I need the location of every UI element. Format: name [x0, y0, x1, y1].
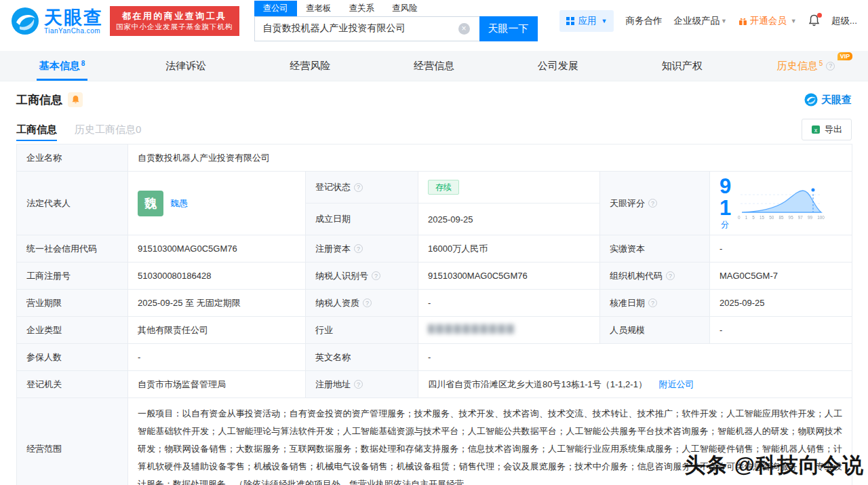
help-icon[interactable]: ?	[648, 298, 657, 307]
insured-count-label: 参保人数	[17, 344, 128, 371]
tab-basic-info[interactable]: 基本信息 8	[0, 51, 124, 81]
table-row: 企业类型 其他有限责任公司 行业 人员规模 -	[17, 317, 852, 344]
paid-capital-value: -	[710, 235, 852, 263]
gift-icon	[738, 17, 747, 26]
top-right-nav: 应用 ▼ 商务合作 企业级产品 ▼ 开通会员 ▼ 超级.	[559, 10, 857, 32]
score-axis: 015155085959799100	[738, 215, 825, 220]
tab-history-info[interactable]: 历史信息 5 ? VIP	[744, 51, 868, 81]
help-icon[interactable]: ?	[826, 62, 835, 71]
tab-operating-info[interactable]: 经营信息	[372, 51, 496, 81]
tab-intellectual-property[interactable]: 知识产权	[620, 51, 744, 81]
address-label: 注册地址?	[306, 371, 418, 398]
export-button[interactable]: x 导出	[802, 119, 852, 140]
search-tab-relation[interactable]: 查关系	[340, 1, 384, 16]
tab-count: 8	[81, 60, 85, 67]
chevron-down-icon: ▼	[791, 18, 797, 24]
business-cooperation-link[interactable]: 商务合作	[625, 15, 662, 27]
brand-name: 天眼查	[44, 8, 103, 27]
table-row: 工商注册号 510300080186428 纳税人识别号? 91510300MA…	[17, 263, 852, 290]
credit-code-label: 统一社会信用代码	[17, 235, 128, 263]
excel-icon: x	[811, 125, 821, 134]
reg-number-label: 工商注册号	[17, 263, 128, 290]
table-row: 参保人数 - 英文名称 -	[17, 344, 852, 371]
taxpayer-id-value: 91510300MAG0C5GM76	[418, 263, 600, 290]
table-row: 登记机关 自贡市市场监督管理局 注册地址? 四川省自贡市沿滩区龙乡大道80号13…	[17, 371, 852, 398]
svg-text:x: x	[814, 127, 818, 134]
promo-banner: 都在用的商业查询工具 国家中小企业发展子基金旗下机构	[110, 6, 239, 36]
legal-rep-name-link[interactable]: 魏愚	[170, 197, 188, 210]
registry-value: 自贡市市场监督管理局	[128, 371, 306, 398]
table-row: 营业期限 2025-09-25 至 无固定期限 纳税人资质? - 核准日期? 2…	[17, 290, 852, 317]
business-info-table: 企业名称 自贡数投机器人产业投资有限公司 法定代表人 魏 魏愚 登记状态? 存续	[16, 144, 852, 485]
search-tab-boss[interactable]: 查老板	[297, 1, 340, 16]
insured-count-value: -	[128, 344, 306, 371]
tab-operating-risk[interactable]: 经营风险	[248, 51, 372, 81]
help-icon[interactable]: ?	[648, 199, 657, 208]
search-input[interactable]	[254, 16, 479, 41]
address-value: 四川省自贡市沿滩区龙乡大道80号13栋1-1号（1-1,2-1） 附近公司	[418, 371, 852, 398]
reg-status-label: 登记状态?	[306, 172, 418, 203]
company-name-value: 自贡数投机器人产业投资有限公司	[128, 144, 852, 172]
help-icon[interactable]: ?	[354, 244, 363, 253]
taxpayer-quality-value: -	[418, 290, 600, 317]
tianyancha-logo-icon	[11, 7, 39, 35]
table-row: 法定代表人 魏 魏愚 登记状态? 存续 天眼评分?	[17, 172, 852, 203]
top-bar: 天眼查 TianYanCha.com 都在用的商业查询工具 国家中小企业发展子基…	[0, 0, 868, 42]
toutiao-watermark: 头条 @科技向令说	[684, 451, 864, 480]
help-icon[interactable]: ?	[372, 271, 380, 280]
industry-value-redacted	[428, 324, 515, 334]
reg-capital-value: 16000万人民币	[418, 235, 600, 263]
apps-menu[interactable]: 应用 ▼	[559, 10, 614, 32]
clear-icon[interactable]: ×	[458, 23, 470, 35]
help-icon[interactable]: ?	[666, 271, 675, 280]
search-tab-company[interactable]: 查公司	[254, 1, 298, 16]
table-row: 统一社会信用代码 91510300MAG0C5GM76 注册资本? 16000万…	[17, 235, 852, 263]
approval-date-value: 2025-09-25	[710, 290, 852, 317]
reg-capital-label: 注册资本?	[306, 235, 418, 263]
company-type-value: 其他有限责任公司	[128, 317, 306, 344]
establish-date-label: 成立日期	[306, 203, 418, 235]
tianyancha-watermark-icon	[804, 93, 818, 106]
establish-date-value: 2025-09-25	[418, 203, 600, 235]
super-vip-link[interactable]: 超级...	[831, 15, 857, 27]
staff-size-value: -	[710, 317, 852, 344]
tianyancha-corner-watermark: 天眼查	[804, 93, 852, 106]
search-button[interactable]: 天眼一下	[479, 16, 538, 41]
announcement-bell-icon[interactable]	[68, 92, 83, 107]
help-icon[interactable]: ?	[354, 380, 363, 389]
notification-dot	[817, 13, 822, 18]
notifications-button[interactable]	[808, 14, 820, 28]
tab-count: 5	[819, 60, 823, 67]
apps-label: 应用	[578, 15, 596, 27]
help-icon[interactable]: ?	[363, 298, 372, 307]
reg-status-value: 存续	[418, 172, 600, 203]
tab-company-development[interactable]: 公司发展	[496, 51, 620, 81]
org-code-label: 组织机构代码?	[600, 263, 710, 290]
reg-number-value: 510300080186428	[128, 263, 306, 290]
promo-line2: 国家中小企业发展子基金旗下机构	[116, 22, 233, 32]
company-nav-tabs: 基本信息 8 法律诉讼 经营风险 经营信息 公司发展 知识产权 历史信息 5 ?…	[0, 51, 868, 81]
credit-code-value: 91510300MAG0C5GM76	[128, 235, 306, 263]
status-badge: 存续	[428, 180, 459, 195]
open-vip-menu[interactable]: 开通会员 ▼	[738, 15, 797, 27]
tab-legal-proceedings[interactable]: 法律诉讼	[124, 51, 248, 81]
subtab-history-business-info[interactable]: 历史工商信息0	[75, 115, 141, 144]
table-row: 企业名称 自贡数投机器人产业投资有限公司	[17, 144, 852, 172]
main-content: 工商信息 天眼查 工商信息 历史工商信息0 x 导出	[0, 84, 868, 485]
enterprise-products-menu[interactable]: 企业级产品 ▼	[673, 15, 726, 27]
registry-label: 登记机关	[17, 371, 128, 398]
search-tab-risk[interactable]: 查风险	[383, 1, 427, 16]
nearby-companies-link[interactable]: 附近公司	[659, 379, 694, 389]
legal-rep-avatar[interactable]: 魏	[138, 191, 163, 216]
legal-rep-label: 法定代表人	[17, 172, 128, 235]
taxpayer-id-label: 纳税人识别号?	[306, 263, 418, 290]
business-term-label: 营业期限	[17, 290, 128, 317]
subtab-business-info[interactable]: 工商信息	[16, 115, 57, 144]
org-code-value: MAG0C5GM-7	[710, 263, 852, 290]
business-term-value: 2025-09-25 至 无固定期限	[128, 290, 306, 317]
help-icon[interactable]: ?	[354, 183, 363, 192]
company-type-label: 企业类型	[17, 317, 128, 344]
apps-grid-icon	[566, 17, 574, 25]
tianyancha-logo[interactable]: 天眼查 TianYanCha.com	[11, 7, 103, 35]
section-title: 工商信息	[16, 92, 62, 108]
